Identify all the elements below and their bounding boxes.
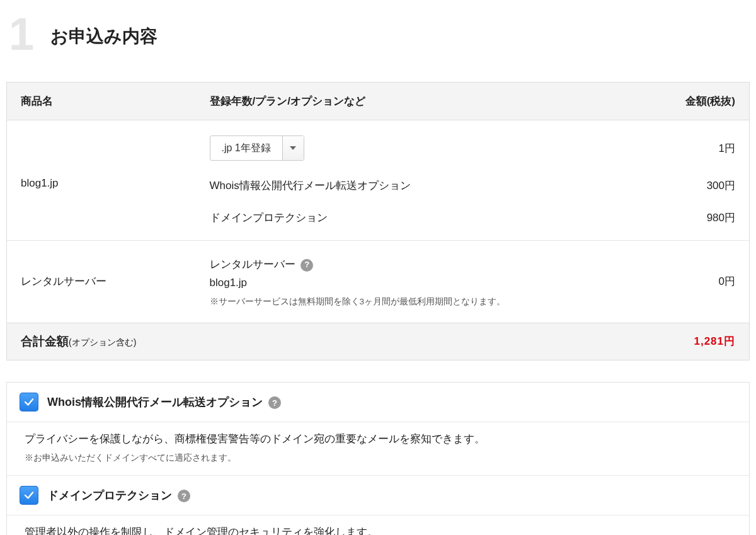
- option-checkbox-protection[interactable]: [20, 486, 38, 505]
- total-amount: 1,281円: [649, 323, 750, 360]
- line-price: 980円: [649, 202, 750, 241]
- select-value: .jp 1年登録: [210, 136, 282, 160]
- line-price: 1円: [649, 120, 750, 170]
- total-label: 合計金額: [21, 335, 69, 348]
- table-row-group: blog1.jp .jp 1年登録 1円 Whois情報公開代行メール転送オプシ…: [7, 120, 750, 241]
- option-description: 管理者以外の操作を制限し、ドメイン管理のセキュリティを強化します。: [25, 526, 731, 535]
- col-header-product: 商品名: [7, 83, 196, 120]
- server-label: レンタルサーバー: [210, 258, 295, 270]
- col-header-detail: 登録年数/プラン/オプションなど: [196, 83, 649, 120]
- page-title: お申込み内容: [50, 25, 158, 49]
- help-icon[interactable]: ?: [178, 490, 190, 502]
- options-panel: Whois情報公開代行メール転送オプション ? プライバシーを保護しながら、商標…: [6, 382, 750, 535]
- registration-term-select[interactable]: .jp 1年登録: [210, 135, 304, 161]
- line-detail: Whois情報公開代行メール転送オプション: [196, 170, 649, 202]
- page-header: 1 お申込み内容: [6, 11, 750, 57]
- line-price: 300円: [649, 170, 750, 202]
- option-note: ※お申込みいただくドメインすべてに適応されます。: [25, 452, 731, 464]
- option-title: Whois情報公開代行メール転送オプション: [47, 396, 263, 408]
- help-icon[interactable]: ?: [268, 396, 281, 409]
- step-number: 1: [9, 11, 33, 57]
- server-domain: blog1.jp: [210, 274, 635, 292]
- table-row-group: レンタルサーバー レンタルサーバー ? blog1.jp ※サーバーサービスは無…: [7, 241, 750, 323]
- chevron-down-icon: [282, 136, 304, 160]
- option-row-header: Whois情報公開代行メール転送オプション ?: [7, 383, 749, 422]
- option-checkbox-whois[interactable]: [20, 393, 38, 411]
- option-row-header: ドメインプロテクション ?: [7, 475, 749, 515]
- col-header-amount: 金額(税抜): [649, 83, 750, 120]
- total-sub: (オプション含む): [69, 337, 136, 347]
- server-note: ※サーバーサービスは無料期間を除く3ヶ月間が最低利用期間となります。: [210, 296, 635, 308]
- product-name: レンタルサーバー: [7, 241, 196, 323]
- line-detail: ドメインプロテクション: [196, 202, 649, 241]
- line-price: 0円: [649, 241, 750, 323]
- product-name: blog1.jp: [7, 120, 196, 241]
- option-title: ドメインプロテクション: [47, 489, 172, 502]
- order-summary-table: 商品名 登録年数/プラン/オプションなど 金額(税抜) blog1.jp .jp…: [6, 82, 750, 360]
- option-description: プライバシーを保護しながら、商標権侵害警告等のドメイン宛の重要なメールを察知でき…: [25, 432, 731, 446]
- help-icon[interactable]: ?: [301, 259, 313, 272]
